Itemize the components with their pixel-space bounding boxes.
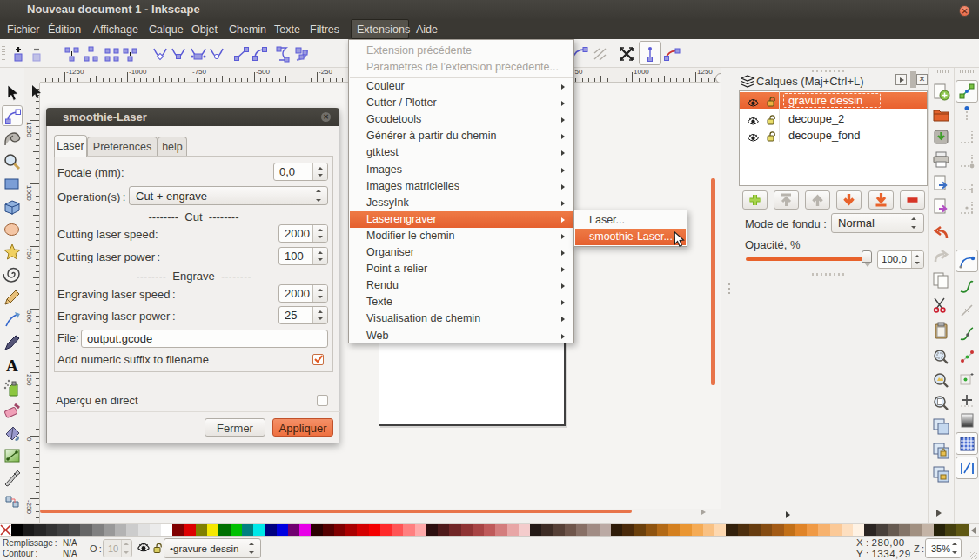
svg-text:A: A xyxy=(6,357,18,375)
